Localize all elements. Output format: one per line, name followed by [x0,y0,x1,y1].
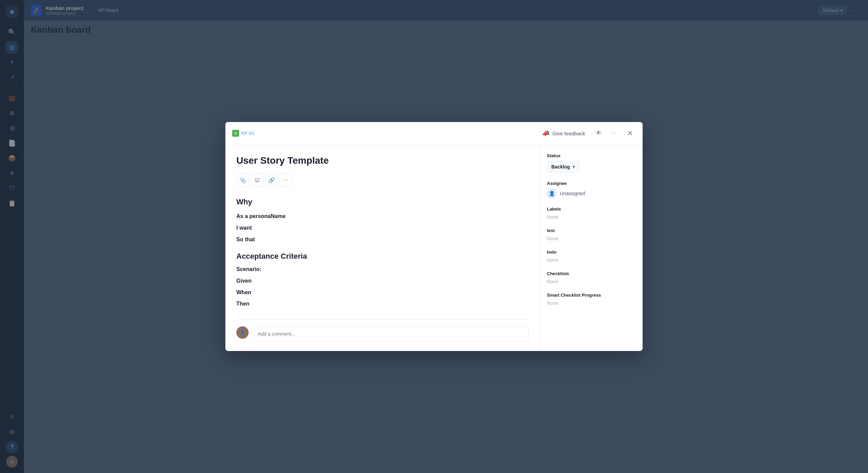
smart-checklist-value: None [547,300,636,306]
smart-checklist-field: Smart Checklist Progress None [547,293,636,306]
comment-area: 👤 [236,319,529,341]
given-line: Given [236,276,529,285]
smart-checklist-label: Smart Checklist Progress [547,293,636,298]
watch-button[interactable]: 👁 [593,127,604,139]
eye-icon: 👁 [596,130,602,137]
assignee-row[interactable]: 👤 Unassigned [547,189,636,198]
status-value: Backlog [551,164,570,170]
more-issue-options-button[interactable]: ··· [608,127,620,139]
checklists-label: Checklists [547,271,636,276]
labels-label: Labels [547,206,636,212]
checklists-field: Checklists None [547,271,636,284]
status-dropdown[interactable]: Backlog ▾ [547,161,579,173]
test-field: test None [547,228,636,241]
attach-button[interactable]: 📎 [236,174,249,187]
scenario-label: Scenario: [236,266,529,272]
commenter-avatar: 👤 [236,326,249,339]
assignee-value: Unassigned [560,191,585,196]
test-value: None [547,236,636,241]
status-chevron-icon: ▾ [573,164,575,170]
link-button[interactable]: 🔗 [265,174,278,187]
modal-body: User Story Template 📎 ☑ 🔗 ··· Why As a p… [225,145,643,351]
modal-left-panel: User Story Template 📎 ☑ 🔗 ··· Why As a p… [225,145,540,351]
assignee-label: Assignee [547,181,636,186]
then-line: Then [236,299,529,308]
issue-title[interactable]: User Story Template [236,154,529,167]
story-line-2: I want [236,224,529,232]
issue-type-icon: U [232,130,239,137]
modal-header-actions: 📣 Give feedback 👁 ··· ✕ [539,127,636,139]
status-field: Status Backlog ▾ [547,153,636,173]
give-feedback-button[interactable]: 📣 Give feedback [539,127,589,139]
give-feedback-label: Give feedback [552,131,585,136]
unassigned-avatar-icon: 👤 [547,189,556,198]
megaphone-icon: 📣 [542,130,550,137]
when-line: When [236,288,529,297]
status-label: Status [547,153,636,158]
labels-field: Labels None [547,206,636,220]
more-toolbar-button[interactable]: ··· [279,174,292,187]
todo-value: None [547,257,636,263]
modal-overlay: U KP-91 📣 Give feedback 👁 ··· ✕ User Sto [0,0,868,473]
story-line-3: So that [236,235,529,244]
issue-toolbar: 📎 ☑ 🔗 ··· [236,174,529,187]
issue-id-badge: U KP-91 [232,130,254,137]
assignee-field: Assignee 👤 Unassigned [547,181,636,198]
comment-input[interactable] [253,326,529,341]
acceptance-criteria-heading: Acceptance Criteria [236,252,529,261]
checklist-button[interactable]: ☑ [251,174,264,187]
acceptance-criteria-section: Acceptance Criteria Scenario: Given When… [236,252,529,308]
story-line-1: As a personaName [236,212,529,221]
labels-value: None [547,214,636,220]
checklists-value: None [547,279,636,284]
issue-modal: U KP-91 📣 Give feedback 👁 ··· ✕ User Sto [225,122,643,351]
modal-header: U KP-91 📣 Give feedback 👁 ··· ✕ [225,122,643,145]
why-heading: Why [236,198,529,206]
todo-field: todo None [547,249,636,263]
modal-right-panel: Status Backlog ▾ Assignee 👤 Unassigned [540,145,643,351]
todo-label: todo [547,249,636,255]
test-label: test [547,228,636,233]
issue-id-text: KP-91 [241,131,254,136]
close-modal-button[interactable]: ✕ [624,127,636,139]
